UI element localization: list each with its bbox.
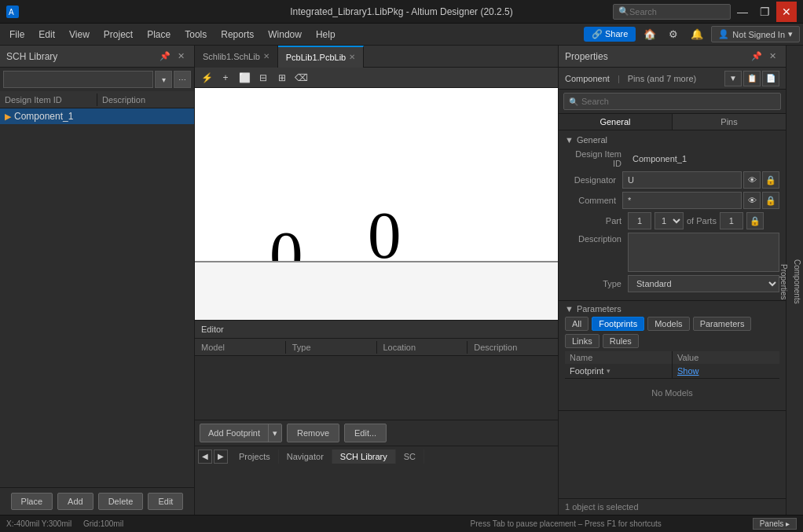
- sidebar-tab-components[interactable]: Components: [791, 255, 803, 309]
- of-parts-input[interactable]: [720, 212, 743, 229]
- properties-search: 🔍: [559, 90, 786, 114]
- align-button[interactable]: ⊟: [255, 69, 272, 86]
- menu-file[interactable]: File: [3, 26, 31, 43]
- component-tab-label[interactable]: Component: [565, 74, 610, 83]
- btab-projects[interactable]: Projects: [231, 449, 279, 464]
- panel-title: SCH Library: [6, 51, 57, 62]
- home-button[interactable]: 🏠: [640, 25, 659, 44]
- designator-visibility-button[interactable]: 👁: [743, 171, 761, 189]
- user-button[interactable]: 👤 Not Signed In ▾: [711, 26, 800, 42]
- notify-button[interactable]: 🔔: [688, 25, 706, 44]
- copy-buttons: ▼ 📋 📄: [724, 71, 779, 86]
- footprint-value-cell[interactable]: Show: [673, 364, 779, 378]
- selected-label: 1 object is selected: [565, 502, 639, 512]
- editor-col-type: Type: [286, 341, 377, 354]
- delete-button[interactable]: Delete: [98, 493, 144, 510]
- pins-tab-label[interactable]: Pins (and 7 more): [628, 74, 696, 83]
- footprint-dropdown-icon[interactable]: ▾: [607, 367, 610, 375]
- add-button-toolbar[interactable]: +: [217, 69, 234, 86]
- paste-from-button[interactable]: 📄: [762, 71, 779, 86]
- remove-button[interactable]: Remove: [287, 424, 339, 442]
- part-lock-button[interactable]: 🔒: [746, 212, 764, 229]
- panels-button[interactable]: Panels ▸: [753, 518, 797, 530]
- add-footprint-button[interactable]: Add Footprint ▾: [200, 424, 282, 442]
- param-rules-button[interactable]: Rules: [603, 334, 639, 348]
- type-select[interactable]: Standard: [628, 275, 779, 292]
- copy-to-button[interactable]: 📋: [743, 71, 761, 86]
- align2-button[interactable]: ⊞: [273, 69, 291, 86]
- designator-lock-button[interactable]: 🔒: [762, 171, 779, 189]
- properties-search-wrapper[interactable]: 🔍: [563, 93, 781, 110]
- btab-sc[interactable]: SC: [396, 449, 424, 464]
- edit-dotdot-button[interactable]: Edit...: [344, 424, 387, 442]
- select-button[interactable]: ⬜: [236, 69, 253, 86]
- settings-button[interactable]: ⚙: [664, 25, 683, 44]
- title-bar-left: A: [6, 6, 19, 18]
- share-button[interactable]: 🔗 Share: [584, 27, 636, 42]
- svg-text:A: A: [9, 8, 14, 17]
- properties-pin-button[interactable]: 📌: [750, 50, 764, 64]
- menu-edit[interactable]: Edit: [32, 26, 61, 43]
- design-item-id-label: Design Item ID: [565, 149, 628, 168]
- minimize-button[interactable]: —: [732, 2, 753, 22]
- menu-place[interactable]: Place: [141, 26, 177, 43]
- designator-input[interactable]: [622, 171, 742, 189]
- panel-auto-hide-button[interactable]: 📌: [158, 50, 172, 64]
- btab-sch-library[interactable]: SCH Library: [332, 449, 396, 464]
- library-filter-dropdown[interactable]: ▾: [155, 71, 172, 88]
- library-filter-input[interactable]: [3, 71, 153, 88]
- filter-button[interactable]: ⚡: [198, 69, 215, 86]
- menu-window[interactable]: Window: [262, 26, 308, 43]
- menu-tools[interactable]: Tools: [178, 26, 213, 43]
- tab-schlib1-close[interactable]: ✕: [263, 52, 270, 61]
- bottom-nav-next[interactable]: ▶: [214, 449, 228, 464]
- bottom-nav-prev[interactable]: ◀: [198, 449, 212, 464]
- footprint-show-link[interactable]: Show: [677, 366, 699, 376]
- restore-button[interactable]: ❐: [754, 2, 775, 22]
- param-parameters-button[interactable]: Parameters: [693, 317, 752, 331]
- tab-pcblib1[interactable]: PcbLib1.PcbLib ✕: [278, 46, 364, 68]
- add-button[interactable]: Add: [57, 493, 94, 510]
- canvas-bottom[interactable]: [195, 261, 558, 320]
- component-list[interactable]: ▶ Component_1: [0, 108, 194, 487]
- param-all-button[interactable]: All: [565, 317, 588, 331]
- add-footprint-dropdown-arrow[interactable]: ▾: [269, 424, 281, 442]
- param-footprints-button[interactable]: Footprints: [592, 317, 644, 331]
- param-links-button[interactable]: Links: [565, 334, 600, 348]
- tab-pcblib1-close[interactable]: ✕: [349, 53, 355, 61]
- menu-project[interactable]: Project: [97, 26, 139, 43]
- menu-help[interactable]: Help: [310, 26, 342, 43]
- comment-label: Comment: [565, 196, 622, 205]
- erase-button[interactable]: ⌫: [292, 69, 310, 86]
- comment-input[interactable]: [622, 192, 742, 209]
- part-select[interactable]: 1: [654, 212, 684, 229]
- library-options-button[interactable]: ⋯: [174, 71, 191, 88]
- menu-reports[interactable]: Reports: [214, 26, 260, 43]
- panel-header-buttons: 📌 ✕: [158, 50, 188, 64]
- canvas-top[interactable]: 0 0: [195, 88, 558, 261]
- titlebar-search-box[interactable]: 🔍: [613, 4, 731, 20]
- close-button[interactable]: ✕: [776, 2, 797, 22]
- add-footprint-label[interactable]: Add Footprint: [200, 424, 269, 442]
- sidebar-tab-properties[interactable]: Properties: [778, 259, 790, 305]
- param-models-button[interactable]: Models: [647, 317, 689, 331]
- titlebar-search-input[interactable]: [629, 7, 725, 17]
- filter-props-button[interactable]: ▼: [724, 71, 742, 86]
- comment-visibility-button[interactable]: 👁: [743, 192, 761, 209]
- panel-close-button[interactable]: ✕: [174, 50, 188, 64]
- tab-pins[interactable]: Pins: [673, 114, 786, 130]
- comment-lock-button[interactable]: 🔒: [762, 192, 779, 209]
- list-item[interactable]: ▶ Component_1: [0, 108, 194, 124]
- params-collapse-icon: ▼: [565, 304, 574, 314]
- place-button[interactable]: Place: [11, 493, 53, 510]
- tab-schlib1[interactable]: Schlib1.SchLib ✕: [195, 46, 278, 68]
- properties-search-input[interactable]: [581, 97, 776, 106]
- part-input[interactable]: [628, 212, 651, 229]
- properties-close-button[interactable]: ✕: [765, 50, 779, 64]
- btab-navigator[interactable]: Navigator: [279, 449, 332, 464]
- menu-view[interactable]: View: [63, 26, 96, 43]
- tab-general[interactable]: General: [559, 114, 673, 130]
- footprint-row[interactable]: Footprint ▾ Show: [565, 364, 779, 379]
- edit-button[interactable]: Edit: [148, 493, 183, 510]
- description-input[interactable]: [628, 233, 779, 272]
